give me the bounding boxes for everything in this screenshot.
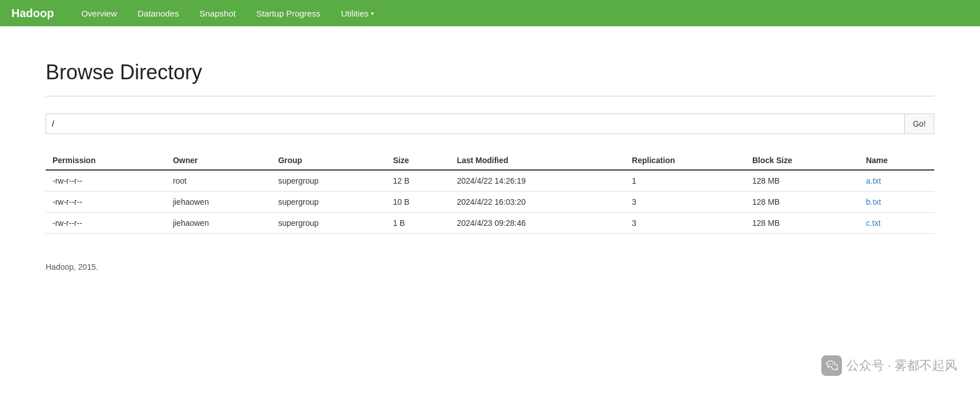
- nav-link-datanodes[interactable]: Datanodes: [127, 0, 189, 26]
- cell-replication: 1: [625, 170, 745, 192]
- cell-group: supergroup: [271, 170, 386, 192]
- col-permission: Permission: [46, 151, 166, 170]
- path-input[interactable]: [46, 114, 905, 134]
- cell-owner: root: [166, 170, 272, 192]
- col-size: Size: [386, 151, 450, 170]
- cell-size: 12 B: [386, 170, 450, 192]
- table-row: -rw-r--r-- jiehaowen supergroup 1 B 2024…: [46, 213, 934, 234]
- cell-last-modified: 2024/4/22 14:26:19: [450, 170, 625, 192]
- footer-text: Hadoop, 2015.: [46, 262, 98, 272]
- cell-size: 10 B: [386, 192, 450, 213]
- cell-block-size: 128 MB: [745, 213, 859, 234]
- cell-replication: 3: [625, 192, 745, 213]
- navbar: Hadoop Overview Datanodes Snapshot Start…: [0, 0, 980, 26]
- nav-links: Overview Datanodes Snapshot Startup Prog…: [71, 0, 384, 26]
- cell-name: a.txt: [859, 170, 934, 192]
- table-row: -rw-r--r-- jiehaowen supergroup 10 B 202…: [46, 192, 934, 213]
- go-button[interactable]: Go!: [905, 114, 934, 134]
- cell-owner: jiehaowen: [166, 192, 272, 213]
- cell-group: supergroup: [271, 192, 386, 213]
- search-row: Go!: [46, 114, 934, 134]
- nav-link-startup-progress[interactable]: Startup Progress: [246, 0, 331, 26]
- cell-last-modified: 2024/4/23 09:28:46: [450, 213, 625, 234]
- navbar-brand[interactable]: Hadoop: [11, 7, 54, 20]
- cell-owner: jiehaowen: [166, 213, 272, 234]
- footer: Hadoop, 2015.: [46, 262, 934, 272]
- cell-permission: -rw-r--r--: [46, 213, 166, 234]
- table-header-row: Permission Owner Group Size Last Modifie…: [46, 151, 934, 170]
- cell-last-modified: 2024/4/22 16:03:20: [450, 192, 625, 213]
- nav-link-snapshot[interactable]: Snapshot: [189, 0, 246, 26]
- table-header: Permission Owner Group Size Last Modifie…: [46, 151, 934, 170]
- table-body: -rw-r--r-- root supergroup 12 B 2024/4/2…: [46, 170, 934, 234]
- col-group: Group: [271, 151, 386, 170]
- cell-group: supergroup: [271, 213, 386, 234]
- col-block-size: Block Size: [745, 151, 859, 170]
- file-link[interactable]: a.txt: [866, 176, 881, 185]
- directory-table: Permission Owner Group Size Last Modifie…: [46, 151, 934, 234]
- nav-link-utilities[interactable]: Utilities ▾: [330, 0, 384, 26]
- utilities-dropdown-arrow: ▾: [371, 10, 374, 17]
- col-replication: Replication: [625, 151, 745, 170]
- file-link[interactable]: b.txt: [866, 197, 881, 206]
- cell-name: b.txt: [859, 192, 934, 213]
- page-title: Browse Directory: [46, 60, 934, 84]
- cell-name: c.txt: [859, 213, 934, 234]
- nav-link-overview[interactable]: Overview: [71, 0, 127, 26]
- cell-size: 1 B: [386, 213, 450, 234]
- col-last-modified: Last Modified: [450, 151, 625, 170]
- main-content: Browse Directory Go! Permission Owner Gr…: [0, 26, 980, 294]
- cell-permission: -rw-r--r--: [46, 170, 166, 192]
- col-name: Name: [859, 151, 934, 170]
- file-link[interactable]: c.txt: [866, 218, 881, 228]
- col-owner: Owner: [166, 151, 272, 170]
- table-row: -rw-r--r-- root supergroup 12 B 2024/4/2…: [46, 170, 934, 192]
- cell-block-size: 128 MB: [745, 170, 859, 192]
- cell-replication: 3: [625, 213, 745, 234]
- utilities-label: Utilities: [341, 9, 368, 18]
- cell-permission: -rw-r--r--: [46, 192, 166, 213]
- cell-block-size: 128 MB: [745, 192, 859, 213]
- title-divider: [46, 96, 934, 96]
